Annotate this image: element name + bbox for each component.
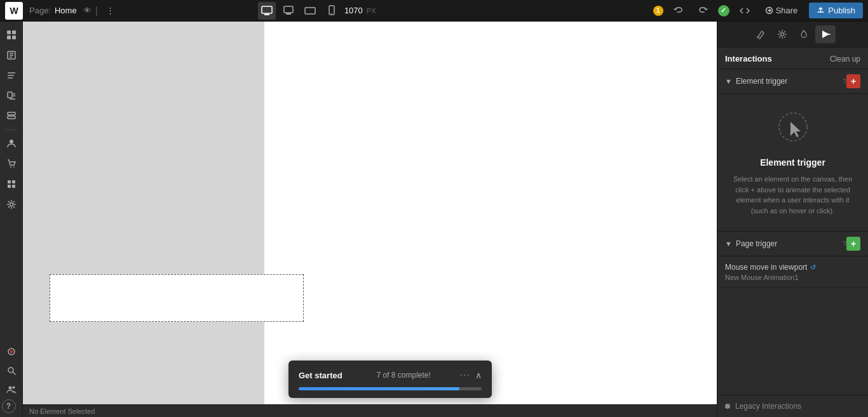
page-trigger-section: ▼ Page trigger ? + Mouse move in viewpor… [717, 232, 868, 288]
svg-point-40 [780, 33, 783, 36]
svg-point-38 [12, 387, 15, 389]
sidebar-item-team[interactable] [2, 380, 21, 399]
page-trigger-item-sub: New Mouse Animation1 [725, 274, 860, 281]
element-trigger-title: Element trigger [736, 77, 840, 86]
sidebar-item-search[interactable] [2, 361, 21, 380]
canvas-white-area [264, 22, 717, 404]
view-desktop-button[interactable] [280, 2, 297, 20]
sidebar-item-cms[interactable] [2, 107, 21, 126]
share-label: Share [776, 6, 798, 15]
view-controls: 1070 PX [258, 2, 376, 20]
right-panel: Interactions Clean up ▼ Element trigger … [717, 22, 868, 417]
more-options-button[interactable]: ⋮ [102, 2, 119, 20]
sidebar-item-settings[interactable] [2, 195, 21, 214]
element-trigger-add-button[interactable]: + [846, 74, 860, 88]
px-value: 1070 [344, 6, 363, 15]
sidebar-item-help[interactable]: ? [2, 399, 16, 413]
canvas-area[interactable]: Get started 7 of 8 complete! ··· ∧ No El… [23, 22, 717, 417]
page-trigger-item: Mouse move in viewport ↺ New Mouse Anima… [717, 256, 868, 288]
sidebar-item-apps[interactable] [2, 175, 21, 194]
element-trigger-empty-title: Element trigger [760, 157, 825, 168]
clean-up-button[interactable]: Clean up [830, 55, 860, 63]
sidebar-item-recordings[interactable] [2, 342, 21, 361]
sidebar-item-ecommerce[interactable] [2, 154, 21, 173]
svg-point-34 [10, 350, 13, 354]
get-started-panel: Get started 7 of 8 complete! ··· ∧ [288, 361, 492, 398]
eye-icon[interactable]: 👁 [83, 6, 92, 15]
svg-rect-19 [8, 92, 12, 98]
view-mobile-button[interactable] [323, 2, 341, 20]
sidebar-item-members[interactable] [2, 134, 21, 153]
share-button[interactable]: Share [760, 3, 803, 18]
element-trigger-section-header[interactable]: ▼ Element trigger ? + [717, 69, 868, 94]
code-editor-button[interactable] [736, 2, 754, 20]
main-layout: ? Get started 7 of 8 complete! ··· ∧ [0, 22, 868, 417]
svg-rect-2 [284, 6, 293, 13]
svg-rect-10 [7, 36, 11, 39]
svg-rect-3 [286, 13, 291, 15]
canvas-inner [23, 22, 717, 404]
tab-style[interactable] [750, 25, 771, 43]
publish-status-dot [718, 5, 729, 17]
get-started-controls: ··· ∧ [460, 369, 482, 381]
sidebar-item-assets[interactable] [2, 86, 21, 105]
get-started-more-button[interactable]: ··· [460, 369, 470, 381]
interactions-panel-title: Interactions [725, 54, 772, 63]
sidebar-item-add-element[interactable] [2, 25, 21, 44]
topbar: W Page: Home 👁 | ⋮ [0, 0, 868, 22]
canvas-page-block [23, 22, 264, 404]
tab-interactions[interactable] [815, 25, 836, 43]
publish-label: Publish [828, 6, 855, 15]
element-trigger-chevron: ▼ [725, 77, 732, 85]
canvas-selected-element[interactable] [50, 274, 304, 322]
page-label: Page: [29, 6, 51, 15]
page-trigger-title: Page trigger [736, 239, 840, 248]
page-trigger-chevron: ▼ [725, 240, 732, 248]
sidebar-item-pages[interactable] [2, 46, 21, 65]
trigger-cursor-icon [773, 109, 813, 150]
undo-button[interactable] [670, 2, 688, 20]
right-panel-header: Interactions Clean up [717, 48, 868, 69]
progress-bar-background [299, 387, 482, 390]
page-breadcrumb: Page: Home 👁 [29, 6, 92, 15]
element-trigger-empty-desc: Select an element on the canvas, then cl… [730, 174, 855, 216]
svg-rect-9 [12, 30, 16, 34]
svg-point-37 [8, 387, 11, 390]
page-name[interactable]: Home [55, 6, 77, 15]
svg-point-27 [13, 166, 15, 168]
page-trigger-item-name: Mouse move in viewport ↺ [725, 263, 860, 272]
px-unit: PX [367, 7, 376, 15]
notification-badge[interactable]: 1 [653, 6, 663, 16]
redo-button[interactable] [694, 2, 712, 20]
page-trigger-section-header[interactable]: ▼ Page trigger ? + [717, 232, 868, 256]
tab-effects[interactable] [794, 25, 814, 43]
view-tablet-landscape-button[interactable] [301, 2, 319, 20]
canvas-width[interactable]: 1070 PX [344, 6, 376, 15]
logo: W [5, 2, 23, 20]
sidebar-item-navigator[interactable] [2, 66, 21, 85]
topbar-separator: | [95, 5, 98, 17]
svg-rect-16 [8, 72, 15, 74]
left-sidebar: ? [0, 22, 23, 417]
svg-point-6 [331, 13, 332, 14]
svg-point-25 [10, 140, 13, 143]
get-started-collapse-button[interactable]: ∧ [475, 370, 482, 380]
canvas-status-bar: No Element Selected [23, 404, 717, 417]
page-trigger-name-text[interactable]: Mouse move in viewport [725, 263, 807, 272]
svg-rect-29 [12, 180, 15, 183]
legacy-interactions-label[interactable]: Legacy Interactions [735, 402, 801, 411]
svg-rect-24 [8, 116, 15, 119]
svg-line-36 [13, 372, 15, 374]
publish-button[interactable]: Publish [809, 3, 863, 18]
sidebar-bottom: ? [2, 342, 21, 413]
svg-rect-11 [12, 36, 16, 39]
page-trigger-add-button[interactable]: + [846, 237, 860, 251]
svg-rect-28 [8, 180, 11, 183]
get-started-title: Get started [299, 371, 342, 380]
view-desktop-large-button[interactable] [258, 2, 276, 20]
element-trigger-content: Element trigger Select an element on the… [717, 94, 868, 232]
right-panel-footer: Legacy Interactions [717, 395, 868, 417]
tab-settings[interactable] [772, 25, 792, 43]
svg-rect-18 [8, 77, 13, 79]
trigger-sync-icon[interactable]: ↺ [810, 263, 816, 272]
